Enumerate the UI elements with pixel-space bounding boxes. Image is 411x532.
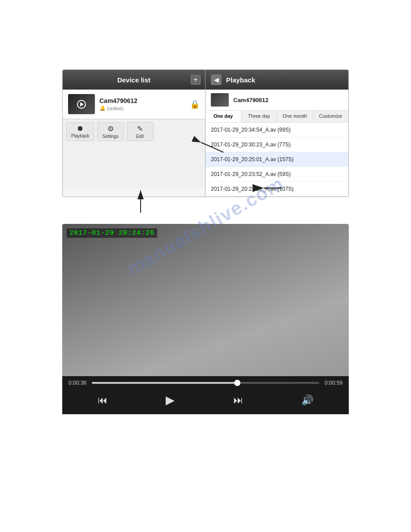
device-name: Cam4790612 [99, 97, 200, 104]
tab-one-month[interactable]: One month [277, 111, 313, 122]
action-bar: ⏺ Playback ⚙ Settings ✎ Edit [63, 119, 205, 144]
device-item[interactable]: Cam4790612 🔔 (online) 🔒 [63, 90, 205, 119]
settings-label: Settings [103, 134, 119, 139]
playback-label: Playback [71, 133, 90, 138]
device-list-header: Device list + [63, 70, 205, 90]
status-text: (online) [107, 106, 124, 111]
file-list: 2017-01-29_20:34:54_A.av (99S) 2017-01-2… [206, 123, 348, 197]
progress-fill [92, 382, 237, 384]
progress-thumb[interactable] [234, 380, 240, 386]
playback-device-row: Cam4790612 [206, 90, 348, 111]
tab-one-day[interactable]: One day [206, 111, 241, 122]
playback-panel: ◀ Playback Cam4790612 One day Three day … [206, 69, 349, 197]
empty-area [63, 144, 205, 189]
filter-tabs: One day Three day One month Customize [206, 111, 348, 123]
edit-button[interactable]: ✎ Edit [127, 122, 154, 141]
play-circle-icon [77, 100, 86, 109]
device-list-title: Device list [117, 76, 150, 84]
bell-icon: 🔔 [99, 105, 106, 111]
file-item-0[interactable]: 2017-01-29_20:34:54_A.av (99S) [206, 123, 348, 137]
playback-title: Playback [226, 76, 255, 84]
settings-icon: ⚙ [107, 124, 114, 133]
file-item-3[interactable]: 2017-01-29_20:23:52_A.av (59S) [206, 167, 348, 182]
tab-customize[interactable]: Customize [313, 111, 348, 122]
total-time: 0:00:59 [324, 380, 342, 386]
play-pause-button[interactable]: ▶ [158, 391, 182, 409]
device-info: Cam4790612 🔔 (online) [99, 97, 200, 111]
current-time: 0:00:38 [68, 380, 87, 386]
add-device-button[interactable]: + [191, 75, 201, 85]
edit-label: Edit [136, 134, 144, 139]
progress-track[interactable] [92, 382, 319, 384]
lock-icon: 🔒 [190, 99, 200, 109]
edit-icon: ✎ [137, 124, 143, 133]
play-triangle-icon [80, 102, 84, 107]
video-frame: 2017-01-29 20:24:26 [62, 224, 349, 376]
playback-thumbnail [211, 93, 229, 107]
playback-buttons: ⏮ ▶ ⏭ 🔊 [68, 390, 342, 411]
back-button[interactable]: ◀ [211, 74, 222, 85]
device-status: 🔔 (online) [99, 105, 200, 111]
playback-device-name: Cam4790612 [233, 97, 269, 103]
video-timestamp: 2017-01-29 20:24:26 [67, 228, 157, 238]
device-thumbnail [68, 94, 95, 114]
playback-icon: ⏺ [77, 124, 84, 133]
skip-back-button[interactable]: ⏮ [90, 393, 115, 408]
video-controls-bar: 0:00:38 0:00:59 ⏮ ▶ ⏭ 🔊 [62, 376, 349, 414]
file-item-4[interactable]: 2017-01-29_20:21:51_A.av (107S) [206, 182, 348, 197]
volume-button[interactable]: 🔊 [294, 393, 321, 408]
playback-button[interactable]: ⏺ Playback [66, 122, 94, 141]
file-item-1[interactable]: 2017-01-29_20:30:23_A.av (77S) [206, 137, 348, 152]
playback-header: ◀ Playback [206, 70, 348, 90]
tab-three-day[interactable]: Three day [241, 111, 277, 122]
skip-forward-button[interactable]: ⏭ [226, 393, 250, 408]
file-item-2[interactable]: 2017-01-29_20:25:01_A.av (157S) [206, 152, 348, 167]
video-player-section: 2017-01-29 20:24:26 0:00:38 0:00:59 ⏮ ▶ … [62, 224, 349, 414]
settings-button[interactable]: ⚙ Settings [97, 122, 124, 141]
progress-row: 0:00:38 0:00:59 [68, 380, 342, 386]
device-list-panel: Device list + Cam4790612 🔔 (online [62, 69, 206, 197]
